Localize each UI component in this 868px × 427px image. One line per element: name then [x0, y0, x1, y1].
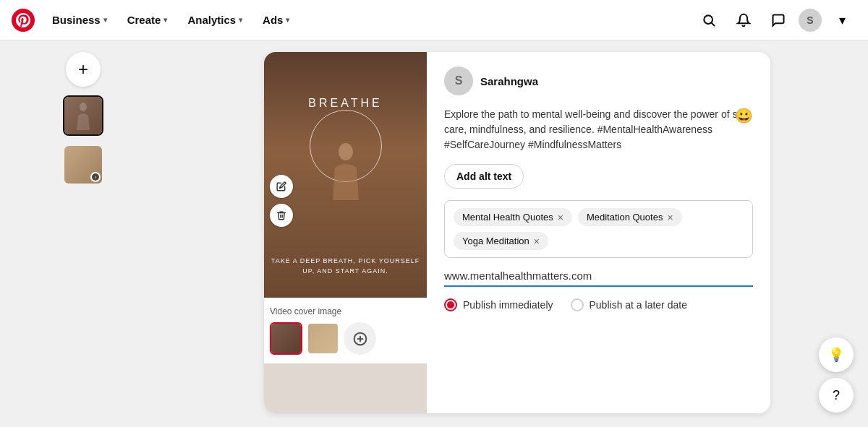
publish-later-radio[interactable]: [571, 298, 584, 311]
nav-ads-chevron: ▾: [286, 16, 289, 24]
cover-thumbnails: [270, 322, 421, 355]
tag-label-meditation: Meditation Quotes: [587, 212, 663, 223]
main-layout: + ›: [0, 40, 868, 427]
nav-create-label: Create: [127, 14, 161, 26]
lightbulb-icon: 💡: [828, 347, 844, 363]
edit-media-button[interactable]: [270, 175, 293, 198]
svg-line-2: [712, 22, 715, 25]
nav-create[interactable]: Create ▾: [119, 8, 176, 32]
emoji-button[interactable]: 😀: [735, 107, 753, 124]
user-initial: S: [807, 14, 813, 26]
publish-later-option[interactable]: Publish at a later date: [571, 298, 687, 311]
person-silhouette: [324, 139, 367, 204]
user-avatar[interactable]: S: [799, 9, 822, 32]
tag-remove-mental-health[interactable]: ×: [558, 212, 563, 223]
delete-media-button[interactable]: [270, 204, 293, 227]
tag-chip-meditation: Meditation Quotes ×: [578, 208, 682, 226]
alt-text-section: Add alt text: [444, 164, 753, 189]
nav-ads-label: Ads: [263, 14, 283, 26]
help-buttons: 💡 ?: [819, 337, 854, 413]
account-chevron-icon: ▾: [839, 12, 846, 28]
tag-chip-yoga: Yoga Meditation ×: [454, 232, 548, 250]
emoji-icon: 😀: [735, 108, 753, 124]
media-panel: BREATHE TAKE A DEEP BREATH, PICK YOURSEL…: [264, 52, 427, 413]
svg-point-3: [80, 103, 87, 111]
nav-analytics-chevron: ▾: [239, 16, 242, 24]
thumbnail-nav-arrow: ›: [90, 172, 101, 182]
cover-thumb-image-2: [308, 324, 338, 353]
creator-avatar: S: [444, 66, 473, 95]
description-row: Explore the path to mental well-being an…: [444, 107, 753, 152]
tags-section[interactable]: Mental Health Quotes × Meditation Quotes…: [444, 200, 753, 258]
sidebar-thumbnail-1[interactable]: [63, 95, 103, 136]
publish-immediately-radio[interactable]: [444, 298, 457, 311]
tag-chip-mental-health: Mental Health Quotes ×: [454, 208, 572, 226]
nav-create-chevron: ▾: [163, 16, 167, 24]
breathe-text: BREATHE: [308, 97, 382, 110]
nav-business-chevron: ▾: [103, 16, 107, 24]
tag-remove-yoga[interactable]: ×: [534, 236, 540, 246]
add-cover-button[interactable]: [344, 322, 376, 355]
tag-remove-meditation[interactable]: ×: [667, 212, 673, 223]
video-cover-label: Video cover image: [270, 306, 421, 316]
media-edit-buttons: [270, 175, 293, 227]
notification-button[interactable]: [729, 6, 758, 35]
nav-business-label: Business: [52, 14, 101, 26]
radio-dot-filled: [447, 301, 454, 309]
tag-label-yoga: Yoga Meditation: [462, 236, 529, 246]
content-area: BREATHE TAKE A DEEP BREATH, PICK YOURSEL…: [166, 40, 868, 427]
publish-later-label: Publish at a later date: [590, 299, 687, 311]
cover-thumb-2[interactable]: [307, 322, 339, 355]
lightbulb-button[interactable]: 💡: [819, 337, 854, 372]
help-question-button[interactable]: ?: [819, 378, 854, 413]
alt-text-label: Add alt text: [456, 171, 511, 182]
video-cover-section: Video cover image: [264, 298, 427, 363]
publish-immediately-option[interactable]: Publish immediately: [444, 298, 553, 311]
svg-point-4: [339, 143, 353, 160]
navbar: Business ▾ Create ▾ Analytics ▾ Ads ▾: [0, 0, 868, 40]
publish-row: Publish immediately Publish at a later d…: [444, 298, 753, 311]
details-panel: S Sarahngwa Explore the path to mental w…: [427, 52, 770, 413]
creator-row: S Sarahngwa: [444, 66, 753, 95]
left-sidebar: + ›: [0, 40, 166, 427]
nav-analytics[interactable]: Analytics ▾: [179, 8, 251, 32]
add-alt-text-button[interactable]: Add alt text: [444, 164, 524, 189]
messages-button[interactable]: [764, 6, 793, 35]
cover-thumb-image-1: [271, 324, 301, 353]
nav-business[interactable]: Business ▾: [43, 8, 116, 32]
question-icon: ?: [833, 388, 840, 403]
overlay-text: TAKE A DEEP BREATH, PICK YOURSELF UP, AN…: [264, 256, 427, 276]
url-input[interactable]: [444, 269, 753, 282]
thumbnail-image-1: [64, 97, 102, 134]
nav-ads[interactable]: Ads ▾: [254, 8, 298, 32]
sidebar-thumbnail-2[interactable]: ›: [63, 145, 103, 185]
add-pin-button[interactable]: +: [66, 52, 101, 87]
pinterest-logo[interactable]: [12, 9, 35, 32]
nav-items: Business ▾ Create ▾ Analytics ▾ Ads ▾: [43, 8, 694, 32]
search-button[interactable]: [694, 6, 723, 35]
url-section: [444, 269, 753, 287]
publish-immediately-label: Publish immediately: [463, 299, 553, 311]
add-icon: +: [78, 59, 88, 79]
cover-thumb-1[interactable]: [270, 322, 302, 355]
tag-label-mental-health: Mental Health Quotes: [462, 212, 553, 223]
svg-point-0: [12, 9, 35, 32]
editor-card: BREATHE TAKE A DEEP BREATH, PICK YOURSEL…: [264, 52, 770, 413]
description-text: Explore the path to mental well-being an…: [444, 107, 753, 152]
creator-name: Sarahngwa: [480, 75, 538, 87]
creator-initial: S: [455, 74, 463, 87]
nav-analytics-label: Analytics: [187, 14, 236, 26]
account-menu-button[interactable]: ▾: [827, 6, 856, 35]
nav-right: S ▾: [694, 6, 856, 35]
